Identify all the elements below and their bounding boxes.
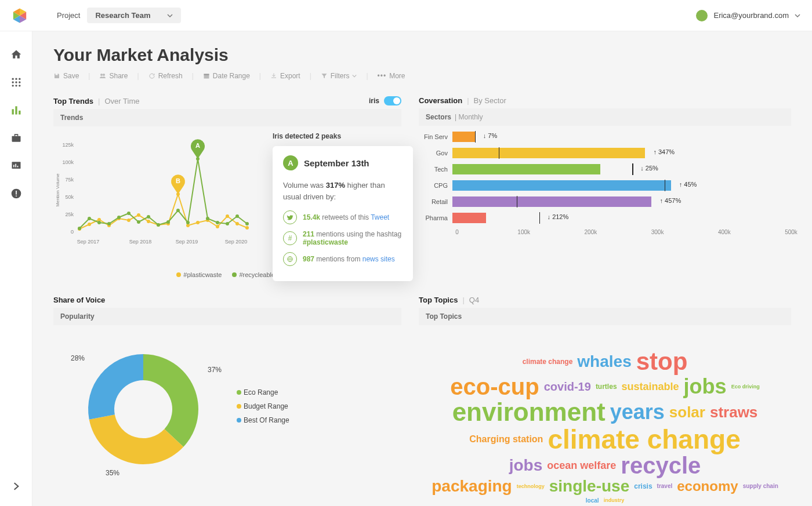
svg-point-45 [147, 220, 150, 223]
share-button[interactable]: Share [99, 72, 128, 80]
date-range-button[interactable]: Date Range [203, 72, 250, 80]
wordcloud-word[interactable]: stop [636, 350, 688, 374]
svg-point-70 [216, 221, 219, 224]
wordcloud-word[interactable]: Eco driving [731, 384, 760, 389]
svg-point-13 [12, 85, 13, 86]
svg-text:Sep 2019: Sep 2019 [176, 239, 198, 245]
svg-rect-22 [15, 164, 16, 168]
svg-text:50k: 50k [65, 194, 74, 200]
wordcloud-word[interactable]: industry [604, 498, 625, 503]
sector-bar-row: CPG ↑ 45% [419, 180, 774, 191]
svg-rect-25 [16, 191, 17, 195]
action-bar: Save | Share | Refresh | Date Range | Ex… [53, 72, 791, 80]
donut-chart [77, 343, 210, 476]
donut-legend: Eco Range Budget Range Best Of Range [237, 388, 289, 430]
svg-point-12 [19, 81, 20, 83]
wordcloud-word[interactable]: sustainable [622, 381, 679, 392]
home-icon[interactable] [10, 49, 22, 60]
svg-point-39 [88, 223, 91, 226]
conversation-subheader: Sectors| Monthly [419, 108, 791, 126]
topbar: Project Research Team Erica@yourbrand.co… [0, 0, 812, 31]
svg-point-67 [186, 221, 190, 224]
alert-icon[interactable] [10, 188, 22, 199]
project-dropdown[interactable]: Research Team [87, 8, 180, 23]
svg-point-65 [166, 220, 170, 224]
wordcloud-word[interactable]: local [586, 498, 599, 504]
presentation-icon[interactable] [10, 160, 22, 172]
chevron-down-icon [352, 74, 357, 78]
wordcloud-word[interactable]: climate change [523, 358, 573, 365]
wordcloud-word[interactable]: eco-cup [450, 375, 539, 398]
svg-point-43 [127, 219, 130, 222]
wordcloud-word[interactable]: Charging station [469, 435, 543, 444]
panel-subtitle: Q4 [469, 296, 479, 304]
wordcloud-word[interactable]: climate change [548, 426, 740, 453]
wordcloud-word[interactable]: jobs [509, 457, 543, 474]
wordcloud-word[interactable]: jobs [684, 376, 727, 397]
wordcloud-word[interactable]: recycle [621, 454, 701, 477]
more-button[interactable]: •••More [378, 72, 405, 80]
apps-icon[interactable] [10, 77, 22, 88]
svg-point-7 [12, 78, 13, 80]
svg-point-50 [196, 221, 200, 224]
wordcloud-word[interactable]: ocean welfare [547, 460, 616, 471]
wordcloud-word[interactable]: economy [677, 479, 738, 493]
svg-point-15 [19, 85, 20, 86]
user-email: Erica@yourbrand.com [713, 11, 789, 20]
svg-text:Sep 2020: Sep 2020 [225, 239, 248, 245]
export-icon [270, 72, 277, 79]
wordcloud-word[interactable]: environment [452, 399, 606, 425]
svg-point-27 [100, 74, 103, 76]
donut-label-a: 37% [208, 366, 222, 374]
svg-point-69 [206, 217, 209, 220]
sidebar [0, 31, 32, 506]
iris-toggle[interactable] [384, 96, 401, 105]
wordcloud-word[interactable]: straws [710, 405, 757, 420]
svg-point-14 [15, 85, 17, 86]
wordcloud-word[interactable]: covid-19 [544, 381, 591, 392]
svg-point-62 [137, 220, 140, 224]
expand-icon[interactable] [10, 480, 22, 492]
svg-point-63 [147, 215, 150, 219]
save-button[interactable]: Save [53, 72, 79, 80]
wordcloud-word[interactable]: supply chain [743, 483, 778, 489]
page-title: Your Market Analysis [53, 45, 791, 65]
iris-driver-retweets[interactable]: 15.4k retweets of this Tweet [283, 210, 403, 224]
svg-rect-21 [13, 165, 14, 167]
svg-text:25k: 25k [65, 212, 74, 217]
panel-title: Coversation [419, 96, 462, 105]
svg-text:Sep 2018: Sep 2018 [129, 239, 152, 245]
analytics-icon[interactable] [10, 104, 22, 116]
panel-subtitle: Over Time [105, 97, 140, 105]
user-menu[interactable]: Erica@yourbrand.com [696, 10, 800, 21]
iris-driver-news[interactable]: 987 mentions from news sites [283, 252, 403, 266]
wordcloud-word[interactable]: crisis [634, 483, 652, 490]
filters-button[interactable]: Filters [321, 72, 357, 80]
project-name: Research Team [95, 11, 150, 20]
sector-x-axis: 0100k200k300k400k500k [457, 229, 791, 237]
svg-text:75k: 75k [65, 177, 74, 183]
wordcloud-word[interactable]: technology [517, 484, 545, 489]
wordcloud-word[interactable]: single-use [549, 478, 629, 494]
iris-driver-hashtag[interactable]: # 211 mentions using the hashtag #plasti… [283, 230, 403, 246]
wordcloud-word[interactable]: turtles [596, 383, 617, 390]
svg-point-66 [176, 209, 180, 212]
wordcloud-word[interactable]: whales [577, 354, 631, 370]
svg-text:B: B [176, 177, 180, 184]
refresh-button[interactable]: Refresh [148, 72, 183, 80]
wordcloud-word[interactable]: travel [657, 483, 673, 489]
briefcase-icon[interactable] [10, 132, 22, 144]
wordcloud-word[interactable]: solar [669, 405, 705, 420]
project-label: Project [57, 11, 80, 20]
export-button[interactable]: Export [270, 72, 300, 80]
svg-rect-19 [12, 136, 20, 142]
trends-subheader: Trends [53, 109, 401, 126]
svg-text:A: A [195, 142, 200, 149]
svg-point-59 [107, 222, 111, 225]
wordcloud-word[interactable]: years [610, 402, 665, 423]
panel-title: Top Trends [53, 97, 93, 105]
panel-title: Top Topics [419, 296, 458, 304]
iris-peak-date: September 13th [304, 158, 369, 168]
wordcloud-word[interactable]: packaging [432, 478, 512, 494]
sector-bar-row: Gov ↑ 347% [419, 148, 774, 158]
